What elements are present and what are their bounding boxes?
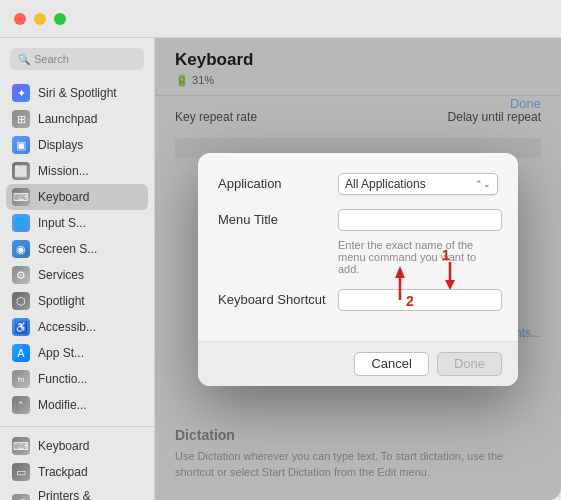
displays-icon: ▣ bbox=[12, 136, 30, 154]
sidebar-item-screen[interactable]: ◉ Screen S... bbox=[0, 236, 154, 262]
sidebar-item-label: Keyboard bbox=[38, 439, 89, 453]
appstore-icon: A bbox=[12, 344, 30, 362]
service-icon: ⚙ bbox=[12, 266, 30, 284]
spotlight-icon: ⬡ bbox=[12, 292, 30, 310]
sidebar-item-label: Launchpad bbox=[38, 112, 97, 126]
sidebar-item-appstore[interactable]: A App St... bbox=[0, 340, 154, 366]
sidebar-item-label: Mission... bbox=[38, 164, 89, 178]
sidebar-item-keyboard[interactable]: ⌨ Keyboard bbox=[6, 184, 148, 210]
sidebar-item-modify[interactable]: ⌃ Modifie... bbox=[0, 392, 154, 418]
chevron-down-icon: ⌃⌄ bbox=[475, 179, 491, 189]
access-icon: ♿ bbox=[12, 318, 30, 336]
dialog-body: Application All Applications ⌃⌄ Menu Tit… bbox=[198, 153, 518, 341]
siri-icon: ✦ bbox=[12, 84, 30, 102]
mission-icon: ⬜ bbox=[12, 162, 30, 180]
sidebar-item-trackpad[interactable]: ▭ Trackpad bbox=[0, 459, 154, 485]
window-body: 🔍 Search ✦ Siri & Spotlight ⊞ Launchpad … bbox=[0, 38, 561, 500]
sidebar-item-launchpad[interactable]: ⊞ Launchpad bbox=[0, 106, 154, 132]
sidebar-item-displays[interactable]: ▣ Displays bbox=[0, 132, 154, 158]
printer-icon: 🖨 bbox=[12, 494, 30, 500]
sidebar-item-services[interactable]: ⚙ Services bbox=[0, 262, 154, 288]
sidebar-item-label: Spotlight bbox=[38, 294, 85, 308]
keyboard-shortcut-label: Keyboard Shortcut bbox=[218, 292, 328, 307]
sidebar-item-label: Input S... bbox=[38, 216, 86, 230]
sidebar-item-mission[interactable]: ⬜ Mission... bbox=[0, 158, 154, 184]
sidebar-item-label: Printers & Scanners bbox=[38, 489, 142, 500]
sidebar-bottom-section: ⌨ Keyboard ▭ Trackpad 🖨 Printers & Scann… bbox=[0, 426, 154, 500]
sidebar: 🔍 Search ✦ Siri & Spotlight ⊞ Launchpad … bbox=[0, 38, 155, 500]
main-window: 🔍 Search ✦ Siri & Spotlight ⊞ Launchpad … bbox=[0, 0, 561, 500]
keyboard-shortcut-row: Keyboard Shortcut bbox=[218, 289, 498, 311]
window-titlebar bbox=[0, 0, 561, 38]
dialog-footer: Cancel Done bbox=[198, 341, 518, 386]
menu-title-row: Menu Title bbox=[218, 209, 498, 231]
sidebar-item-label: Accessib... bbox=[38, 320, 96, 334]
trackpad-icon: ▭ bbox=[12, 463, 30, 481]
menu-title-label: Menu Title bbox=[218, 212, 328, 227]
hint-text: Enter the exact name of the menu command… bbox=[218, 239, 498, 275]
keyboard-shortcut-input[interactable] bbox=[338, 289, 502, 311]
maximize-button[interactable] bbox=[54, 13, 66, 25]
search-bar[interactable]: 🔍 Search bbox=[10, 48, 144, 70]
sidebar-item-printers[interactable]: 🖨 Printers & Scanners bbox=[0, 485, 154, 500]
screen-icon: ◉ bbox=[12, 240, 30, 258]
sidebar-item-spotlight[interactable]: ⬡ Spotlight bbox=[0, 288, 154, 314]
func-icon: fn bbox=[12, 370, 30, 388]
sidebar-item-label: Displays bbox=[38, 138, 83, 152]
main-content: Keyboard 🔋 31% Key repeat rate Delay unt… bbox=[155, 38, 561, 500]
dialog: Application All Applications ⌃⌄ Menu Tit… bbox=[198, 153, 518, 386]
application-value: All Applications bbox=[345, 177, 426, 191]
sidebar-item-siri[interactable]: ✦ Siri & Spotlight bbox=[0, 80, 154, 106]
sidebar-item-label: Siri & Spotlight bbox=[38, 86, 117, 100]
search-icon: 🔍 bbox=[18, 54, 30, 65]
application-select[interactable]: All Applications ⌃⌄ bbox=[338, 173, 498, 195]
sidebar-item-label: Functio... bbox=[38, 372, 87, 386]
sidebar-item-func[interactable]: fn Functio... bbox=[0, 366, 154, 392]
sidebar-item-access[interactable]: ♿ Accessib... bbox=[0, 314, 154, 340]
keyboard-icon: ⌨ bbox=[12, 188, 30, 206]
application-row: Application All Applications ⌃⌄ bbox=[218, 173, 498, 195]
cancel-button[interactable]: Cancel bbox=[354, 352, 428, 376]
application-label: Application bbox=[218, 176, 328, 191]
launchpad-icon: ⊞ bbox=[12, 110, 30, 128]
sidebar-item-keyboard-bottom[interactable]: ⌨ Keyboard bbox=[0, 433, 154, 459]
keyboard-bottom-icon: ⌨ bbox=[12, 437, 30, 455]
search-placeholder: Search bbox=[34, 53, 69, 65]
sidebar-item-label: Services bbox=[38, 268, 84, 282]
sidebar-item-label: Modifie... bbox=[38, 398, 87, 412]
sidebar-item-input[interactable]: 🌐 Input S... bbox=[0, 210, 154, 236]
minimize-button[interactable] bbox=[34, 13, 46, 25]
sidebar-item-label: Screen S... bbox=[38, 242, 97, 256]
input-icon: 🌐 bbox=[12, 214, 30, 232]
sidebar-item-label: App St... bbox=[38, 346, 84, 360]
sidebar-item-label: Trackpad bbox=[38, 465, 88, 479]
modify-icon: ⌃ bbox=[12, 396, 30, 414]
sidebar-item-label: Keyboard bbox=[38, 190, 89, 204]
done-button[interactable]: Done bbox=[437, 352, 502, 376]
close-button[interactable] bbox=[14, 13, 26, 25]
modal-overlay: Application All Applications ⌃⌄ Menu Tit… bbox=[155, 38, 561, 500]
menu-title-input[interactable] bbox=[338, 209, 502, 231]
